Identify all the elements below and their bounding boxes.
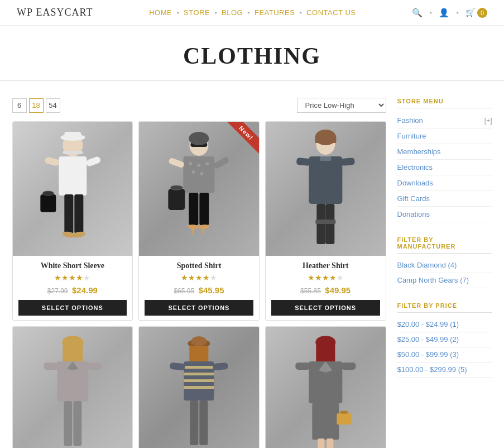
filter-link-camp-north[interactable]: Camp North Gears (7) xyxy=(397,276,469,284)
nav-home[interactable]: HOME xyxy=(149,8,172,17)
main-container: 6 18 54 Price Low-High Price High-Low Na… xyxy=(1,92,503,448)
product-price-1: $27.99 $24.99 xyxy=(18,285,127,296)
product-info-3: Heather Shirt ★★★★★ $55.85 $49.95 SELECT… xyxy=(266,256,386,320)
filter-link-price-20-24[interactable]: $20.00 - $24.99 (1) xyxy=(397,320,459,328)
sidebar-item-memberships[interactable]: Memberships xyxy=(397,144,492,160)
sidebar-item-furniture[interactable]: Furniture xyxy=(397,128,492,144)
star-3: ★ xyxy=(195,274,203,282)
filter-price-50-99[interactable]: $50.00 - $99.99 (3) xyxy=(397,347,492,363)
svg-rect-76 xyxy=(318,439,324,448)
svg-rect-34 xyxy=(315,136,336,143)
product-stars-1: ★★★★★ xyxy=(18,273,127,283)
fashion-expand[interactable]: [+] xyxy=(484,117,492,125)
per-page-6[interactable]: 6 xyxy=(12,98,27,113)
svg-rect-42 xyxy=(324,220,335,224)
old-price-2: $65.95 xyxy=(174,287,194,295)
svg-point-45 xyxy=(62,336,83,349)
svg-rect-16 xyxy=(183,156,214,193)
star-2: ★ xyxy=(188,274,195,282)
sidebar-item-donations[interactable]: Donations xyxy=(397,207,492,222)
svg-rect-8 xyxy=(74,194,83,233)
select-options-2[interactable]: SELECT OPTIONS xyxy=(145,300,253,316)
cart-button[interactable]: 🛒 0 xyxy=(465,8,487,18)
svg-point-18 xyxy=(197,164,200,167)
per-page-selector: 6 18 54 xyxy=(12,98,60,113)
nav-contact[interactable]: CONTACT US xyxy=(306,8,356,17)
site-logo[interactable]: WP EASYCART xyxy=(17,7,93,18)
account-icon[interactable]: 👤 xyxy=(439,8,449,18)
star-4: ★ xyxy=(329,274,337,282)
star-4: ★ xyxy=(203,274,210,282)
svg-rect-63 xyxy=(213,363,228,370)
new-price-1: $24.99 xyxy=(72,285,98,295)
star-1: ★ xyxy=(54,274,61,282)
cart-count: 0 xyxy=(477,8,487,18)
star-5: ★ xyxy=(337,274,344,282)
search-icon[interactable]: 🔍 xyxy=(412,8,423,18)
product-info-1: White Short Sleeve ★★★★★ $27.99 $24.99 S… xyxy=(13,256,133,320)
product-controls: 6 18 54 Price Low-High Price High-Low Na… xyxy=(12,98,386,113)
product-image-4[interactable] xyxy=(13,327,133,448)
filter-price-100-299[interactable]: $100.00 - $299.99 (5) xyxy=(397,363,492,378)
nav-blog[interactable]: BLOG xyxy=(222,8,243,17)
svg-rect-26 xyxy=(168,189,185,210)
nav-dot-3: ● xyxy=(247,10,250,15)
nav-dot-2: ● xyxy=(214,10,217,15)
sidebar-item-giftcards[interactable]: Gift Cards xyxy=(397,191,492,207)
sidebar-item-electronics[interactable]: Electronics xyxy=(397,160,492,175)
svg-rect-1 xyxy=(63,151,83,154)
svg-rect-25 xyxy=(199,193,209,225)
svg-point-81 xyxy=(339,411,348,414)
product-grid: White Short Sleeve ★★★★★ $27.99 $24.99 S… xyxy=(12,121,386,448)
nav-dot-4: ● xyxy=(299,10,302,15)
sort-select[interactable]: Price Low-High Price High-Low Name A-Z N… xyxy=(297,98,386,113)
icon-dot-2: ● xyxy=(456,10,459,15)
star-5: ★ xyxy=(210,274,217,282)
sidebar-link-donations[interactable]: Donations xyxy=(397,210,430,218)
svg-rect-50 xyxy=(87,363,102,370)
filter-link-price-100-299[interactable]: $100.00 - $299.99 (5) xyxy=(397,365,467,374)
sidebar-link-giftcards[interactable]: Gift Cards xyxy=(397,194,430,203)
price-title: FILTER BY PRICE xyxy=(397,302,492,313)
product-info-2: Spotted Shirt ★★★★★ $65.95 $45.95 SELECT… xyxy=(139,256,259,320)
filter-price-25-49[interactable]: $25.00 - $49.99 (2) xyxy=(397,332,492,347)
sidebar-link-electronics[interactable]: Electronics xyxy=(397,163,433,171)
product-name-2: Spotted Shirt xyxy=(145,261,253,270)
select-options-1[interactable]: SELECT OPTIONS xyxy=(18,300,127,316)
filter-black-diamond[interactable]: Black Diamond (4) xyxy=(397,258,492,273)
svg-rect-52 xyxy=(73,401,81,446)
sidebar-link-downloads[interactable]: Downloads xyxy=(397,179,433,187)
price-filter-section: FILTER BY PRICE $20.00 - $24.99 (1) $25.… xyxy=(397,302,492,378)
site-header: WP EASYCART HOME ● STORE ● BLOG ● FEATUR… xyxy=(0,0,504,26)
page-title: CLOTHING xyxy=(11,42,493,69)
product-price-2: $65.95 $45.95 xyxy=(145,285,253,296)
product-image-5[interactable] xyxy=(139,327,259,448)
sidebar-item-fashion[interactable]: Fashion [+] xyxy=(397,113,492,128)
nav-store[interactable]: STORE xyxy=(184,8,210,17)
per-page-18[interactable]: 18 xyxy=(29,98,44,113)
product-image-2[interactable]: New! xyxy=(139,122,259,256)
product-image-3[interactable] xyxy=(266,122,386,256)
sidebar-link-memberships[interactable]: Memberships xyxy=(397,147,441,156)
svg-rect-3 xyxy=(64,132,81,140)
svg-rect-5 xyxy=(44,156,60,166)
nav-features[interactable]: FEATURES xyxy=(255,8,295,17)
svg-rect-37 xyxy=(296,158,310,166)
product-card-3: Heather Shirt ★★★★★ $55.85 $49.95 SELECT… xyxy=(265,121,386,321)
per-page-54[interactable]: 54 xyxy=(46,98,60,113)
filter-link-black-diamond[interactable]: Black Diamond (4) xyxy=(397,261,457,269)
svg-rect-73 xyxy=(295,363,310,370)
filter-link-price-50-99[interactable]: $50.00 - $99.99 (3) xyxy=(397,350,459,359)
filter-price-20-24[interactable]: $20.00 - $24.99 (1) xyxy=(397,317,492,332)
filter-camp-north[interactable]: Camp North Gears (7) xyxy=(397,273,492,288)
svg-rect-38 xyxy=(341,158,355,166)
sidebar-link-furniture[interactable]: Furniture xyxy=(397,132,426,140)
filter-link-price-25-49[interactable]: $25.00 - $49.99 (2) xyxy=(397,335,459,344)
star-2: ★ xyxy=(315,274,322,282)
select-options-3[interactable]: SELECT OPTIONS xyxy=(271,300,380,316)
sidebar-item-downloads[interactable]: Downloads xyxy=(397,175,492,191)
product-image-1[interactable] xyxy=(13,122,133,256)
product-image-6[interactable] xyxy=(266,327,386,448)
sidebar-link-fashion[interactable]: Fashion xyxy=(397,116,423,125)
star-1: ★ xyxy=(181,274,188,282)
